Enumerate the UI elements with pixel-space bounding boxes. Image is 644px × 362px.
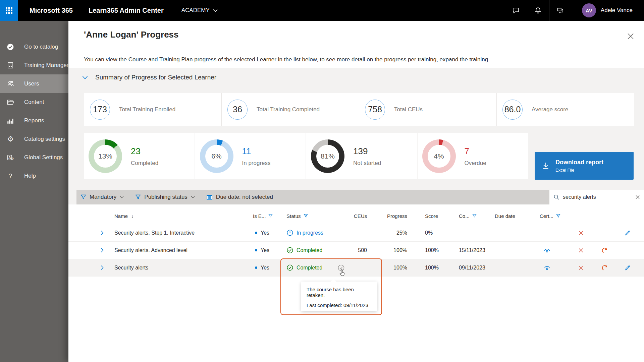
chevron-down-icon [191,196,195,198]
avatar[interactable]: AV [582,3,596,17]
tenant-name: ACADEMY [181,7,210,14]
stat-value: 36 [227,100,248,120]
chevron-down-icon [120,196,124,198]
waffle-icon [5,6,13,14]
completed-donut-chart: 13% [89,139,122,173]
due-date-filter[interactable]: Due date: not selected [206,194,273,200]
download-report-button[interactable]: Download report Excel File [535,152,634,180]
chat-icon [512,6,520,14]
table-row[interactable]: Security alerts. Advanced level Yes Comp… [68,241,644,259]
column-header-name[interactable]: Name↓ [114,208,134,224]
stat-label: Total CEUs [394,106,423,113]
view-certificate-button[interactable] [543,242,551,259]
search-clear-button[interactable] [635,195,640,199]
status-value: Completed [297,259,322,276]
feedback-button[interactable] [549,0,571,21]
brand-title[interactable]: Microsoft 365 [30,7,73,14]
sidebar-item-catalog-settings[interactable]: ⚙ Catalog settings [0,130,68,148]
search-input[interactable] [563,194,635,200]
remove-enrollment-button[interactable] [578,242,584,259]
is-enrolled-value: Yes [261,224,269,241]
donut-overdue: 4% 7 Overdue [418,133,528,179]
sidebar-item-training-management[interactable]: Training Management [0,56,68,74]
score-value: 100% [425,242,439,259]
progress-value: 25% [380,224,407,241]
users-icon [6,79,15,88]
table-row[interactable]: Security alerts. Step 1, Interactive Yes… [68,224,644,241]
stat-cards-row: 173 Total Training Enrolled 36 Total Tra… [84,93,634,126]
ceus-value: 500 [339,242,367,259]
expand-chevron-icon[interactable] [101,259,104,276]
sort-descending-icon: ↓ [131,213,134,219]
search-icon [553,194,559,200]
expand-chevron-icon[interactable] [101,224,104,241]
column-filter-icon[interactable] [472,214,477,218]
stat-total-enrolled: 173 Total Training Enrolled [84,93,221,126]
column-filter-icon[interactable] [268,214,273,218]
mandatory-filter[interactable]: Mandatory [80,194,124,200]
column-header-ceus[interactable]: CEUs [339,208,367,224]
ceus-value [339,224,367,241]
stat-label: Total Training Completed [257,106,320,113]
close-button[interactable] [627,32,635,40]
column-header-score[interactable]: Score [425,208,438,224]
sidebar-item-global-settings[interactable]: A ⚙ Global Settings [0,148,68,167]
stat-average-score: 86.0 Average score [496,93,634,126]
retake-course-button[interactable] [602,259,608,276]
completed-check-icon [286,259,293,276]
expand-chevron-icon[interactable] [101,242,104,259]
score-value: 0% [425,224,433,241]
column-header-due-date[interactable]: Due date [495,208,515,224]
table-row-selected[interactable]: Security alerts Yes Completed 100% 100% … [68,259,644,277]
filter-funnel-icon [135,194,141,200]
donut-percent: 6% [205,145,228,168]
overdue-donut-chart: 4% [422,139,456,173]
avatar-initials: AV [586,8,592,13]
column-header-status[interactable]: Status [286,208,308,224]
sidebar-item-reports[interactable]: Reports [0,111,68,130]
training-table: Name↓ Is E... Status CEUs Progress Score… [68,208,644,362]
user-name[interactable]: Adele Vance [601,7,633,14]
donut-percent: 81% [316,145,339,168]
edit-button[interactable] [624,259,631,276]
column-header-is-enrolled[interactable]: Is E... [253,208,273,224]
training-name: Security alerts. Step 1, Interactive [114,224,195,241]
remove-enrollment-button[interactable] [578,259,584,276]
column-filter-icon[interactable] [304,214,308,218]
donut-count: 7 [465,146,486,157]
chevron-down-icon [213,9,218,12]
remove-enrollment-button[interactable] [578,224,584,241]
completed-date-value: 15/11/2023 [459,242,485,259]
chevron-down-icon [82,76,88,79]
view-certificate-button[interactable] [543,259,551,276]
notifications-button[interactable] [527,0,549,21]
close-icon [627,32,635,40]
column-filter-icon[interactable] [556,214,560,218]
sidebar-item-label: Reports [24,117,44,124]
edit-button[interactable] [624,224,631,241]
app-launcher-button[interactable] [0,0,18,21]
donut-count: 11 [242,146,271,157]
stat-label: Average score [532,106,568,113]
sidebar-item-label: Global Settings [24,154,63,161]
column-header-completed[interactable]: Co... [459,208,477,224]
sidebar-item-users[interactable]: Users [0,74,68,93]
download-button-sublabel: Excel File [555,168,603,173]
publishing-status-filter[interactable]: Publishing status [135,194,195,200]
progress-value: 100% [380,259,407,276]
download-icon [541,162,550,170]
tooltip-line: Last completed: 09/11/2023 [307,302,372,308]
sidebar-item-help[interactable]: ? Help [0,167,68,185]
chat-button[interactable] [505,0,527,21]
summary-collapse-header[interactable]: Summary of Progress for Selected Learner [82,74,216,81]
retake-course-button[interactable] [602,242,608,259]
column-header-progress[interactable]: Progress [380,208,407,224]
completed-check-icon [286,242,293,259]
column-header-certificates[interactable]: Cert... [540,208,560,224]
notifications-bell-icon [534,6,542,14]
app-title[interactable]: Learn365 Admin Center [89,7,164,14]
sidebar-item-content[interactable]: Content [0,93,68,111]
donut-label: Overdue [465,160,486,167]
tenant-dropdown[interactable]: ACADEMY [181,7,218,14]
sidebar-item-go-to-catalog[interactable]: Go to catalog [0,38,68,56]
